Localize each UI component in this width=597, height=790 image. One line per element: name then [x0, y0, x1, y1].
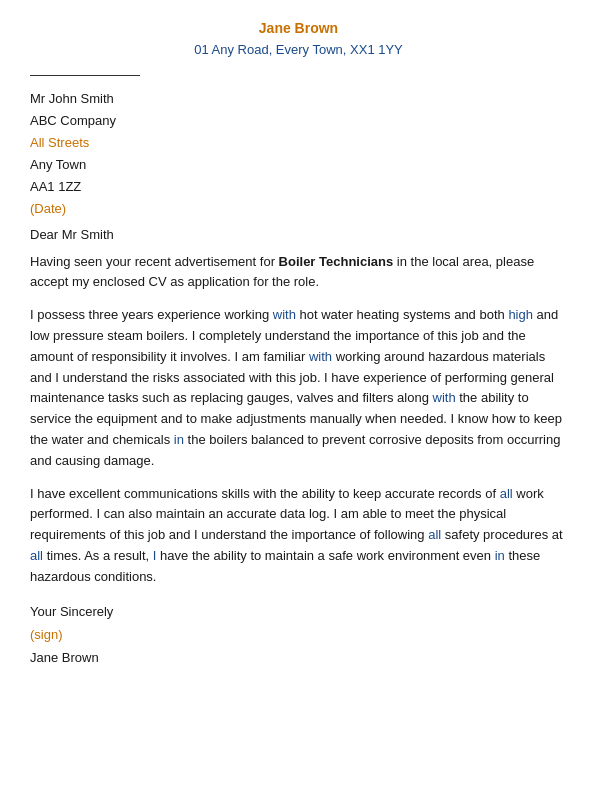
- p3-3: safety procedures at: [441, 527, 562, 542]
- p3-4: times. As a result,: [43, 548, 153, 563]
- p2-with2: with: [309, 349, 332, 364]
- sender-name-header: Jane Brown: [30, 20, 567, 36]
- divider: [30, 75, 140, 76]
- recipient-salutation: Mr John Smith: [30, 88, 567, 110]
- p3-5: have the ability to maintain a safe work…: [156, 548, 494, 563]
- p1-bold: Boiler Technicians: [279, 254, 394, 269]
- paragraph-2: I possess three years experience working…: [30, 305, 567, 471]
- recipient-street-text: All Streets: [30, 135, 89, 150]
- paragraph-3: I have excellent communications skills w…: [30, 484, 567, 588]
- recipient-company: ABC Company: [30, 110, 567, 132]
- p3-all1: all: [500, 486, 513, 501]
- date: (Date): [30, 198, 567, 220]
- p2-with1: with: [273, 307, 296, 322]
- p3-in: in: [495, 548, 505, 563]
- recipient-street: All Streets: [30, 132, 567, 154]
- dear-line: Dear Mr Smith: [30, 227, 567, 242]
- p3-1: I have excellent communications skills w…: [30, 486, 500, 501]
- p2-in: in: [174, 432, 184, 447]
- p2-2: hot water heating systems and both: [296, 307, 508, 322]
- sign-line: (sign): [30, 623, 567, 646]
- sender-name-closing: Jane Brown: [30, 646, 567, 669]
- recipient-town: Any Town: [30, 154, 567, 176]
- recipient-postcode: AA1 1ZZ: [30, 176, 567, 198]
- paragraph-1: Having seen your recent advertisement fo…: [30, 252, 567, 294]
- p2-1: I possess three years experience working: [30, 307, 273, 322]
- p2-with3: with: [433, 390, 456, 405]
- recipient-block: Mr John Smith ABC Company All Streets An…: [30, 88, 567, 221]
- p1-text: Having seen your recent advertisement fo…: [30, 254, 279, 269]
- sender-address: 01 Any Road, Every Town, XX1 1YY: [30, 42, 567, 57]
- p3-all3: all: [30, 548, 43, 563]
- letter-container: Jane Brown 01 Any Road, Every Town, XX1 …: [30, 20, 567, 670]
- closing-text: Your Sincerely: [30, 600, 567, 623]
- p3-all2: all: [428, 527, 441, 542]
- p2-high: high: [508, 307, 533, 322]
